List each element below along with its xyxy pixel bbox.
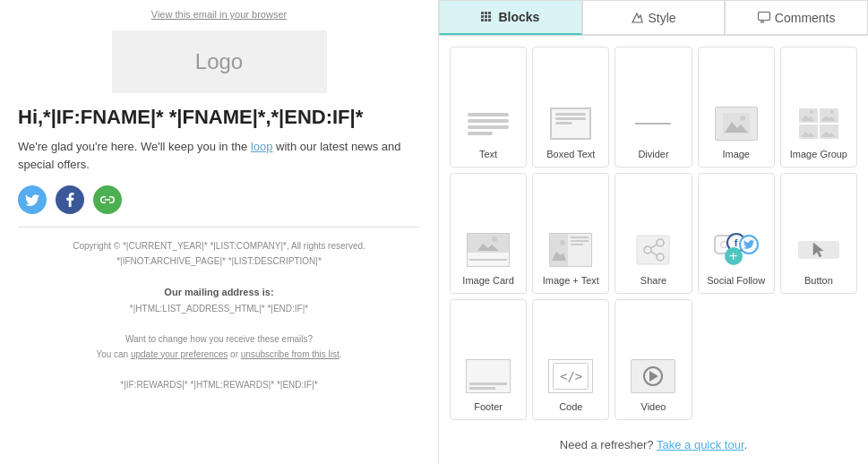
block-code[interactable]: </> Code bbox=[532, 299, 609, 420]
social-follow-block-icon: f + bbox=[711, 230, 761, 270]
text-block-icon bbox=[463, 104, 513, 143]
facebook-icon[interactable] bbox=[56, 185, 84, 214]
style-icon bbox=[631, 12, 643, 24]
comments-icon bbox=[758, 12, 770, 23]
button-block-icon bbox=[794, 230, 844, 270]
block-divider[interactable]: Divider bbox=[614, 47, 692, 168]
block-code-label: Code bbox=[559, 401, 582, 412]
unsubscribe-link[interactable]: unsubscribe from this list bbox=[241, 349, 339, 359]
block-boxed-text[interactable]: Boxed Text bbox=[532, 47, 609, 168]
block-image-card-label: Image Card bbox=[462, 275, 513, 286]
block-text-label: Text bbox=[479, 149, 497, 159]
tab-comments-label: Comments bbox=[775, 11, 836, 25]
block-image-card[interactable]: Image Card bbox=[450, 173, 527, 294]
twitter-icon[interactable] bbox=[18, 185, 47, 214]
link-icon[interactable] bbox=[93, 185, 122, 214]
refresh-static-text: Need a refresher? bbox=[560, 438, 654, 451]
quick-tour-link[interactable]: Take a quick tour bbox=[657, 438, 744, 451]
block-button-label: Button bbox=[804, 275, 833, 286]
svg-rect-9 bbox=[758, 13, 769, 21]
blocks-grid: Text Boxed Text Divider bbox=[439, 36, 868, 431]
image-group-block-icon bbox=[794, 104, 844, 143]
tab-blocks-label: Blocks bbox=[498, 10, 539, 24]
blocks-panel: Blocks Style Comments Text bbox=[439, 0, 868, 464]
svg-text:</>: </> bbox=[560, 369, 582, 383]
update-prefs-link[interactable]: update your preferences bbox=[131, 349, 228, 359]
block-social-follow-label: Social Follow bbox=[707, 275, 765, 286]
image-block-icon bbox=[711, 104, 761, 143]
blocks-icon bbox=[481, 12, 494, 22]
block-share-label: Share bbox=[640, 275, 666, 286]
svg-rect-1 bbox=[485, 12, 487, 14]
email-preview-panel: View this email in your browser Logo Hi,… bbox=[0, 0, 439, 464]
svg-point-12 bbox=[740, 116, 745, 121]
svg-rect-5 bbox=[488, 15, 491, 18]
block-social-follow[interactable]: f + Social Follow bbox=[698, 173, 775, 294]
block-image-group-label: Image Group bbox=[790, 149, 847, 159]
block-video-label: Video bbox=[641, 401, 666, 412]
block-share[interactable]: Share bbox=[614, 173, 692, 294]
block-image-text-label: Image + Text bbox=[543, 275, 599, 286]
tab-bar: Blocks Style Comments bbox=[439, 0, 868, 36]
svg-rect-2 bbox=[488, 12, 491, 14]
body-link[interactable]: loop bbox=[251, 140, 273, 153]
logo-block: Logo bbox=[112, 30, 327, 93]
svg-point-25 bbox=[492, 236, 497, 242]
block-button[interactable]: Button bbox=[780, 173, 857, 294]
block-image-group[interactable]: Image Group bbox=[780, 47, 857, 168]
tab-comments[interactable]: Comments bbox=[725, 0, 868, 35]
image-card-block-icon bbox=[463, 230, 513, 270]
divider-block-icon bbox=[628, 104, 678, 143]
image-text-block-icon bbox=[546, 230, 596, 270]
svg-rect-0 bbox=[481, 12, 484, 14]
email-headline: Hi,*|IF:FNAME|* *|FNAME|*,*|END:IF|* bbox=[18, 106, 420, 129]
svg-rect-8 bbox=[488, 19, 491, 21]
code-block-icon: </> bbox=[546, 357, 596, 396]
social-icons-row bbox=[18, 185, 420, 214]
svg-point-18 bbox=[830, 110, 834, 114]
svg-marker-35 bbox=[813, 243, 823, 257]
block-image[interactable]: Image bbox=[698, 47, 775, 168]
block-footer-label: Footer bbox=[474, 401, 503, 412]
logo-text: Logo bbox=[195, 49, 243, 74]
svg-point-28 bbox=[560, 240, 565, 245]
view-browser-anchor[interactable]: View this email in your browser bbox=[151, 9, 287, 20]
block-text[interactable]: Text bbox=[450, 47, 527, 168]
svg-rect-3 bbox=[481, 15, 484, 18]
video-block-icon bbox=[628, 357, 678, 396]
email-divider bbox=[18, 227, 420, 228]
tab-blocks[interactable]: Blocks bbox=[439, 0, 582, 35]
tab-style-label: Style bbox=[648, 11, 675, 25]
svg-rect-4 bbox=[485, 15, 487, 18]
block-footer[interactable]: Footer bbox=[450, 299, 527, 420]
email-body: We're glad you're here. We'll keep you i… bbox=[18, 138, 420, 173]
block-boxed-text-label: Boxed Text bbox=[546, 149, 595, 159]
email-footer: Copyright © *|CURRENT_YEAR|* *|LIST:COMP… bbox=[18, 238, 420, 392]
tab-style[interactable]: Style bbox=[582, 0, 726, 35]
share-block-icon bbox=[628, 230, 678, 270]
block-image-text[interactable]: Image + Text bbox=[532, 173, 609, 294]
block-video[interactable]: Video bbox=[614, 299, 692, 420]
boxed-text-block-icon bbox=[546, 104, 596, 143]
svg-rect-29 bbox=[637, 236, 669, 264]
svg-rect-6 bbox=[481, 19, 484, 21]
svg-rect-7 bbox=[485, 19, 487, 21]
svg-point-15 bbox=[810, 110, 813, 114]
refresh-text: Need a refresher? Take a quick tour. bbox=[439, 431, 868, 464]
view-browser-link[interactable]: View this email in your browser bbox=[18, 9, 420, 20]
footer-block-icon bbox=[463, 357, 513, 396]
block-image-label: Image bbox=[722, 149, 750, 159]
block-divider-label: Divider bbox=[638, 149, 668, 159]
